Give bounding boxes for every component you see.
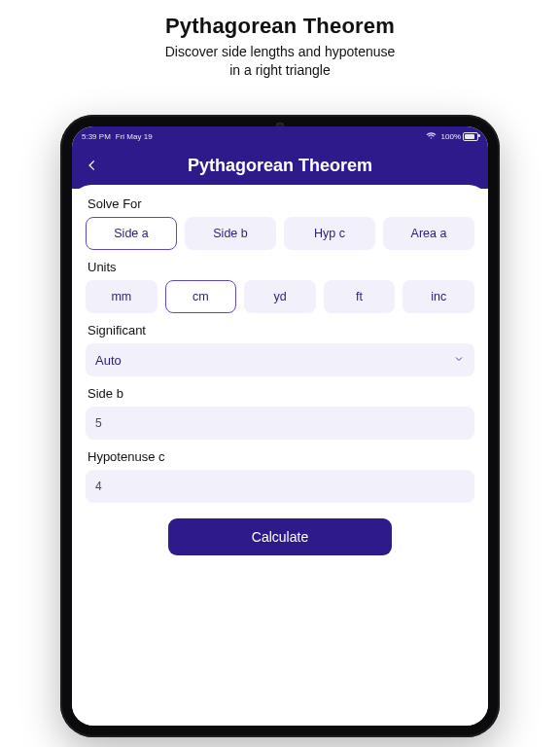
app-screen: 5:39 PM Fri May 19 100%	[72, 126, 488, 726]
significant-label: Significant	[88, 323, 472, 338]
units-label: Units	[88, 260, 472, 274]
side-b-input[interactable]: 5	[86, 407, 474, 440]
wifi-icon	[426, 131, 437, 142]
chevron-down-icon	[453, 353, 465, 368]
battery-pct: 100%	[441, 132, 461, 141]
chip-side-b[interactable]: Side b	[185, 217, 276, 250]
units-options: mm cm yd ft inc	[86, 280, 474, 313]
promo-sub-line1: Discover side lengths and hypotenuse	[165, 44, 396, 59]
solve-for-options: Side a Side b Hyp c Area a	[86, 217, 474, 250]
hyp-c-input[interactable]: 4	[86, 470, 474, 503]
content-card: Solve For Side a Side b Hyp c Area a Uni…	[72, 185, 488, 726]
side-b-label: Side b	[88, 386, 472, 401]
solve-for-label: Solve For	[88, 196, 472, 211]
side-b-value: 5	[95, 416, 102, 430]
battery-indicator: 100%	[441, 132, 478, 141]
hyp-c-label: Hypotenuse c	[88, 449, 472, 464]
chevron-left-icon	[86, 159, 99, 172]
chip-ft[interactable]: ft	[324, 280, 396, 313]
significant-value: Auto	[95, 353, 122, 368]
status-bar: 5:39 PM Fri May 19 100%	[72, 126, 488, 144]
hyp-c-value: 4	[95, 480, 102, 493]
page-title: Pythagorean Theorem	[188, 156, 372, 176]
promo-title: Pythagorean Theorem	[0, 14, 560, 39]
chip-cm[interactable]: cm	[165, 280, 237, 313]
status-time: 5:39 PM	[82, 132, 111, 141]
chip-area-a[interactable]: Area a	[383, 217, 474, 250]
back-button[interactable]	[82, 155, 103, 176]
chip-hyp-c[interactable]: Hyp c	[284, 217, 375, 250]
significant-select[interactable]: Auto	[86, 343, 474, 376]
chip-yd[interactable]: yd	[244, 280, 316, 313]
promo-sub-line2: in a right triangle	[229, 62, 331, 78]
chip-inc[interactable]: inc	[402, 280, 474, 313]
status-date: Fri May 19	[116, 132, 153, 141]
tablet-mockup: 5:39 PM Fri May 19 100%	[60, 115, 500, 737]
chip-mm[interactable]: mm	[86, 280, 158, 313]
app-bar: 5:39 PM Fri May 19 100%	[72, 126, 488, 189]
calculate-button[interactable]: Calculate	[168, 518, 392, 555]
chip-side-a[interactable]: Side a	[86, 217, 177, 250]
promo-subtitle: Discover side lengths and hypotenuse in …	[0, 43, 560, 80]
